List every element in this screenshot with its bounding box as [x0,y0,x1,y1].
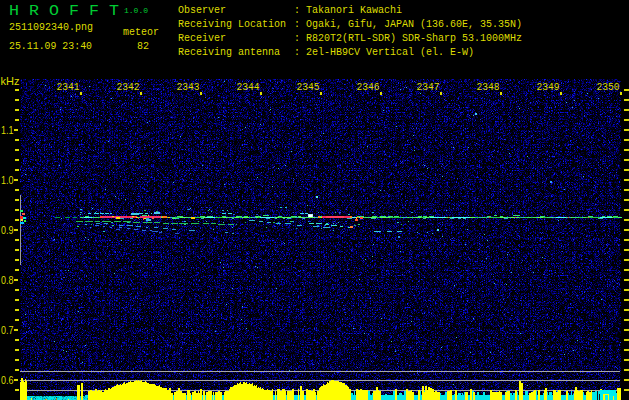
svg-text:0.8: 0.8 [1,274,14,286]
svg-text:1.0.0: 1.0.0 [124,6,148,15]
svg-text:2346: 2346 [357,81,380,93]
svg-text:1.1: 1.1 [1,124,14,136]
svg-text:2349: 2349 [537,81,560,93]
svg-text:2350: 2350 [597,81,620,93]
svg-text:Receiving Location: Receiving Location [178,19,286,30]
svg-text::: : [294,5,300,16]
svg-text:2342: 2342 [117,81,140,93]
svg-text:82: 82 [137,40,149,52]
svg-text:meteor: meteor [123,26,159,38]
svg-text:Receiving antenna: Receiving antenna [178,47,280,58]
svg-text:2341: 2341 [57,81,80,93]
svg-text::: : [294,19,300,30]
svg-text:0.9: 0.9 [1,224,14,236]
svg-text::: : [294,33,300,44]
svg-text:2348: 2348 [477,81,500,93]
svg-text:2347: 2347 [417,81,440,93]
svg-text:0.7: 0.7 [1,324,14,336]
svg-text:2343: 2343 [177,81,200,93]
svg-text:2344: 2344 [237,81,260,93]
svg-text:25.11.09 23:40: 25.11.09 23:40 [9,40,92,52]
svg-text:Takanori Kawachi: Takanori Kawachi [306,5,402,16]
svg-text:2345: 2345 [297,81,320,93]
svg-text:2511092340.png: 2511092340.png [9,21,93,33]
svg-text::: : [294,47,300,58]
svg-text:Ogaki, Gifu, JAPAN (136.60E, 3: Ogaki, Gifu, JAPAN (136.60E, 35.35N) [306,19,522,30]
svg-text:R820T2(RTL-SDR) SDR-Sharp 53.1: R820T2(RTL-SDR) SDR-Sharp 53.1000MHz [306,33,522,44]
svg-text:Receiver: Receiver [178,33,226,44]
svg-text:0.6: 0.6 [1,374,14,386]
svg-text:1.0: 1.0 [1,174,14,186]
svg-text:2el-HB9CV Vertical (el. E-W): 2el-HB9CV Vertical (el. E-W) [306,47,474,58]
svg-text:H R O F F T: H R O F F T [9,3,119,20]
svg-text:Observer: Observer [178,5,226,16]
svg-text:kHz: kHz [1,75,20,87]
